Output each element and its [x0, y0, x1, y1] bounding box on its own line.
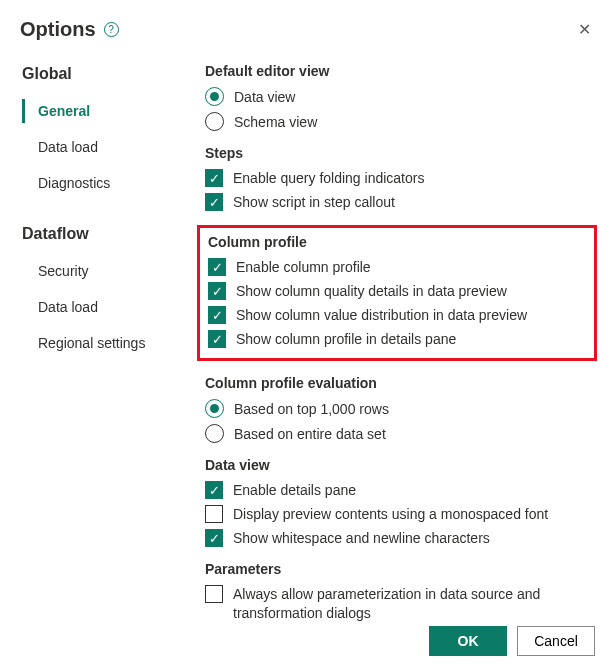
header-left: Options ? — [20, 18, 119, 41]
dialog-title: Options — [20, 18, 96, 41]
check-label: Display preview contents using a monospa… — [233, 506, 548, 522]
check-label: Enable details pane — [233, 482, 356, 498]
checkbox-icon: ✓ — [205, 169, 223, 187]
checkbox-icon: ✓ — [208, 330, 226, 348]
radio-schema-view[interactable]: Schema view — [205, 112, 595, 131]
check-label: Enable query folding indicators — [233, 170, 424, 186]
help-icon[interactable]: ? — [104, 22, 119, 37]
sidebar: Global General Data load Diagnostics Dat… — [20, 61, 175, 637]
check-column-quality[interactable]: ✓ Show column quality details in data pr… — [208, 282, 586, 300]
checkbox-icon — [205, 585, 223, 603]
checkbox-icon: ✓ — [205, 193, 223, 211]
check-label: Always allow parameterization in data so… — [233, 585, 595, 623]
checkbox-icon: ✓ — [208, 282, 226, 300]
sidebar-group-global: Global — [22, 65, 175, 83]
section-steps: Steps ✓ Enable query folding indicators … — [205, 145, 595, 211]
check-whitespace[interactable]: ✓ Show whitespace and newline characters — [205, 529, 595, 547]
nav-diagnostics[interactable]: Diagnostics — [20, 165, 175, 201]
dialog-header: Options ? ✕ — [20, 16, 595, 43]
radio-label: Data view — [234, 89, 295, 105]
radio-label: Based on top 1,000 rows — [234, 401, 389, 417]
section-title-data-view: Data view — [205, 457, 595, 473]
checkbox-icon: ✓ — [205, 529, 223, 547]
checkbox-icon — [205, 505, 223, 523]
check-folding[interactable]: ✓ Enable query folding indicators — [205, 169, 595, 187]
check-label: Show whitespace and newline characters — [233, 530, 490, 546]
section-parameters: Parameters Always allow parameterization… — [205, 561, 595, 623]
section-title-steps: Steps — [205, 145, 595, 161]
radio-top-1000[interactable]: Based on top 1,000 rows — [205, 399, 595, 418]
section-title-column-profile: Column profile — [208, 234, 586, 250]
check-script[interactable]: ✓ Show script in step callout — [205, 193, 595, 211]
radio-label: Schema view — [234, 114, 317, 130]
check-enable-column-profile[interactable]: ✓ Enable column profile — [208, 258, 586, 276]
sidebar-group-dataflow: Dataflow — [22, 225, 175, 243]
dialog-body: Global General Data load Diagnostics Dat… — [20, 61, 595, 637]
close-icon[interactable]: ✕ — [574, 16, 595, 43]
check-parameterization[interactable]: Always allow parameterization in data so… — [205, 585, 595, 623]
section-title-column-eval: Column profile evaluation — [205, 375, 595, 391]
section-title-parameters: Parameters — [205, 561, 595, 577]
check-label: Show column profile in details pane — [236, 331, 456, 347]
radio-label: Based on entire data set — [234, 426, 386, 442]
highlight-column-profile: Column profile ✓ Enable column profile ✓… — [197, 225, 597, 361]
radio-icon — [205, 112, 224, 131]
check-label: Show column value distribution in data p… — [236, 307, 527, 323]
content-pane: Default editor view Data view Schema vie… — [205, 61, 595, 637]
radio-icon — [205, 399, 224, 418]
nav-general[interactable]: General — [20, 93, 175, 129]
check-details-pane[interactable]: ✓ Enable details pane — [205, 481, 595, 499]
ok-button[interactable]: OK — [429, 626, 507, 656]
section-column-eval: Column profile evaluation Based on top 1… — [205, 375, 595, 443]
section-title-editor-view: Default editor view — [205, 63, 595, 79]
radio-data-view[interactable]: Data view — [205, 87, 595, 106]
checkbox-icon: ✓ — [205, 481, 223, 499]
nav-data-load-global[interactable]: Data load — [20, 129, 175, 165]
check-monospaced[interactable]: Display preview contents using a monospa… — [205, 505, 595, 523]
cancel-button[interactable]: Cancel — [517, 626, 595, 656]
radio-entire-dataset[interactable]: Based on entire data set — [205, 424, 595, 443]
check-label: Enable column profile — [236, 259, 371, 275]
radio-icon — [205, 424, 224, 443]
radio-icon — [205, 87, 224, 106]
check-label: Show script in step callout — [233, 194, 395, 210]
nav-data-load-dataflow[interactable]: Data load — [20, 289, 175, 325]
checkbox-icon: ✓ — [208, 258, 226, 276]
check-column-details-pane[interactable]: ✓ Show column profile in details pane — [208, 330, 586, 348]
dialog-footer: OK Cancel — [429, 626, 595, 656]
section-data-view: Data view ✓ Enable details pane Display … — [205, 457, 595, 547]
check-label: Show column quality details in data prev… — [236, 283, 507, 299]
nav-regional-settings[interactable]: Regional settings — [20, 325, 175, 361]
nav-security[interactable]: Security — [20, 253, 175, 289]
checkbox-icon: ✓ — [208, 306, 226, 324]
options-dialog: Options ? ✕ Global General Data load Dia… — [0, 0, 615, 653]
section-editor-view: Default editor view Data view Schema vie… — [205, 63, 595, 131]
check-column-distribution[interactable]: ✓ Show column value distribution in data… — [208, 306, 586, 324]
